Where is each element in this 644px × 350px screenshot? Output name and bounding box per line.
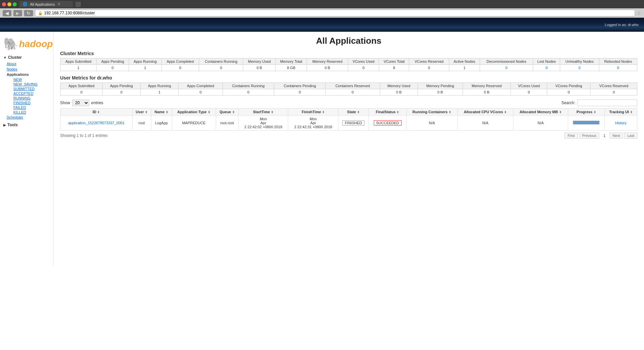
cluster-metric-header: Unhealthy Nodes	[560, 58, 599, 65]
user-metrics-section: User Metrics for dr.who Apps SubmittedAp…	[60, 75, 637, 96]
allocated-cpu-value: N/A	[482, 121, 488, 125]
final-status-col-header[interactable]: FinalStatus ⇕	[369, 109, 407, 116]
tracking-ui-link[interactable]: History	[615, 121, 627, 125]
sort-icon: ⇕	[630, 111, 633, 114]
user-metrics-table: Apps SubmittedApps PendingApps RunningAp…	[60, 82, 637, 96]
show-entries-control: Show 20 50 100 entries	[60, 100, 103, 106]
cluster-metric-link[interactable]: 0	[617, 66, 619, 70]
allocated-mem-col-header[interactable]: Allocated Memory MB ⇕	[513, 109, 568, 116]
app-name: LogApp	[155, 121, 168, 125]
id-col-header[interactable]: ID ⇕	[60, 109, 133, 116]
user-col-header[interactable]: User ⇕	[132, 109, 151, 116]
sidebar-item-running[interactable]: RUNNING	[3, 96, 53, 101]
cluster-metric-header: Memory Total	[276, 58, 307, 65]
showing-text: Showing 1 to 1 of 1 entries	[60, 133, 108, 138]
cluster-metric-header: Apps Submitted	[60, 58, 97, 65]
cluster-metric-header: Apps Running	[129, 58, 162, 65]
sidebar-item-about[interactable]: About	[0, 61, 53, 66]
app-queue: root.root	[220, 121, 234, 125]
user-metrics-title: User Metrics for dr.who	[60, 75, 637, 80]
cluster-metric-value: 8	[379, 65, 409, 71]
cluster-metric-header: Memory Used	[243, 58, 276, 65]
user-metric-value: 0	[60, 89, 103, 96]
progress-bar	[573, 121, 600, 125]
search-control: Search:	[561, 100, 637, 106]
sidebar-item-applications-label: Applications	[7, 72, 29, 76]
cluster-metric-value: 0	[348, 65, 379, 71]
back-button[interactable]: ◀	[3, 10, 11, 16]
user-metric-header: VCores Reserved	[591, 83, 637, 89]
tools-section: ▶ Tools	[0, 121, 53, 129]
app-finish-time: MonApr2 22:42:31 +0800 2018	[294, 117, 332, 129]
queue-col-header[interactable]: Queue ⇕	[216, 109, 238, 116]
user-metric-header: Memory Used	[380, 83, 418, 89]
cluster-metric-link[interactable]: 0	[579, 66, 581, 70]
running-containers-value: N/A	[429, 121, 435, 125]
cluster-metrics-table: Apps SubmittedApps PendingApps RunningAp…	[60, 58, 637, 71]
user-metric-value: 0 B	[418, 89, 463, 96]
user-metric-header: Memory Reserved	[463, 83, 511, 89]
allocated-cpu-col-header[interactable]: Allocated CPU VCores ⇕	[457, 109, 513, 116]
cluster-label: Cluster	[8, 55, 22, 60]
cluster-metric-value: 0	[199, 65, 243, 71]
tracking-ui-col-header[interactable]: Tracking UI ⇕	[605, 109, 637, 116]
user-metric-value: 0	[511, 89, 547, 96]
cluster-metric-value: 1	[449, 65, 480, 71]
cluster-arrow-icon: ▼	[3, 56, 7, 59]
state-col-header[interactable]: State ⇕	[338, 109, 369, 116]
tools-arrow-icon: ▶	[3, 123, 6, 127]
hadoop-logo-text: hadoop	[19, 39, 53, 49]
forward-button[interactable]: ▶	[13, 10, 22, 16]
last-button[interactable]: Last	[624, 133, 637, 139]
sidebar-item-new[interactable]: NEW	[3, 77, 53, 82]
browser-tab-icon: 🌐	[23, 2, 27, 6]
cluster-metric-value: 0 B	[307, 65, 348, 71]
sidebar-item-nodes[interactable]: Nodes	[0, 66, 53, 72]
cluster-metrics-section: Cluster Metrics Apps SubmittedApps Pendi…	[60, 51, 637, 71]
tab-close-button[interactable]: ✕	[57, 2, 60, 6]
reload-button[interactable]: ↻	[24, 10, 33, 16]
sidebar-item-scheduler[interactable]: Scheduler	[0, 115, 53, 120]
running-containers-col-header[interactable]: Running Containers ⇕	[407, 109, 458, 116]
main-content: All Applications Cluster Metrics Apps Su…	[53, 32, 644, 266]
sort-icon: ⇕	[357, 111, 360, 114]
sidebar-item-killed[interactable]: KILLED	[3, 110, 53, 115]
next-button[interactable]: Next	[610, 133, 623, 139]
entries-select[interactable]: 20 50 100	[72, 100, 89, 106]
sidebar-item-finished[interactable]: FINISHED	[3, 101, 53, 105]
cluster-metrics-title: Cluster Metrics	[60, 51, 637, 56]
user-metric-value: 0	[179, 89, 223, 96]
cluster-metric-link[interactable]: 0	[545, 66, 547, 70]
cluster-metric-value: 0	[161, 65, 199, 71]
sidebar-item-new-saving[interactable]: NEW_SAVING	[3, 82, 53, 86]
sidebar-item-accepted[interactable]: ACCEPTED	[3, 91, 53, 96]
user-metric-header: Containers Running	[222, 83, 274, 89]
search-input[interactable]	[577, 100, 637, 106]
cluster-metric-header: Lost Nodes	[533, 58, 560, 65]
app-type-col-header[interactable]: Application Type ⇕	[172, 109, 216, 116]
sort-icon: ⇕	[322, 111, 325, 114]
user-metric-value: 0 B	[463, 89, 511, 96]
new-tab-button[interactable]	[75, 2, 81, 7]
cluster-metric-link[interactable]: 0	[505, 66, 507, 70]
name-col-header[interactable]: Name ⇕	[151, 109, 172, 116]
user-metric-value: 0	[591, 89, 637, 96]
progress-col-header[interactable]: Progress ⇕	[568, 109, 605, 116]
final-status-badge: SUCCEEDED	[374, 120, 401, 126]
address-bar[interactable]	[44, 11, 632, 15]
previous-button[interactable]: Previous	[579, 133, 600, 139]
cluster-menu-header[interactable]: ▼ Cluster	[0, 54, 53, 61]
finish-time-col-header[interactable]: FinishTime ⇕	[288, 109, 338, 116]
cluster-metric-value: 0	[409, 65, 449, 71]
app-id-link[interactable]: application_1522679573337_0001	[68, 121, 125, 125]
sidebar-item-failed[interactable]: FAILED	[3, 105, 53, 110]
cluster-metric-header: VCores Reserved	[409, 58, 449, 65]
app-type: MAPREDUCE	[182, 121, 205, 125]
tools-menu-header[interactable]: ▶ Tools	[0, 121, 53, 129]
cluster-metric-header: Rebooted Nodes	[599, 58, 637, 65]
first-button[interactable]: First	[565, 133, 578, 139]
user-metric-value: 0	[274, 89, 326, 96]
bookmark-icon[interactable]: ☆	[637, 10, 641, 16]
sidebar-item-submitted[interactable]: SUBMITTED	[3, 86, 53, 91]
start-time-col-header[interactable]: StartTime ⇕	[238, 109, 288, 116]
